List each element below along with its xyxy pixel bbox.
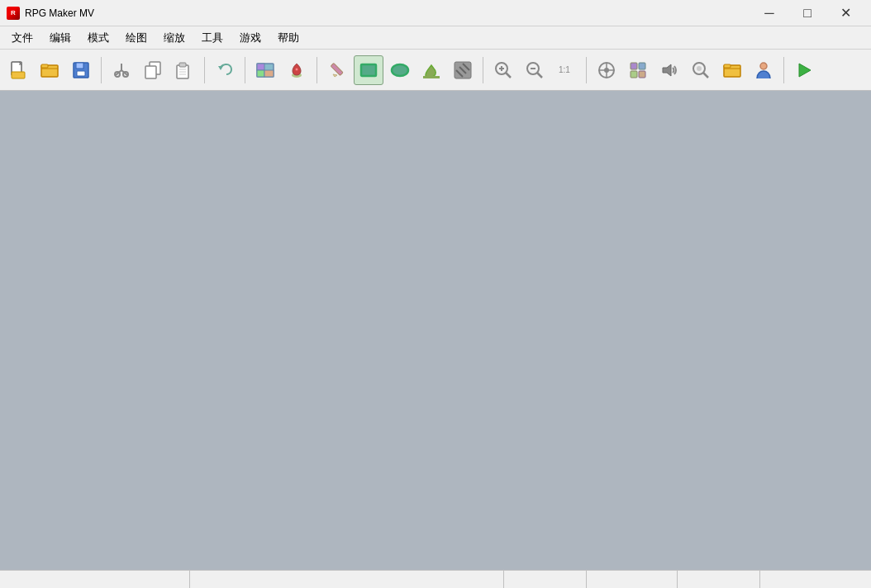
status-segment-3 [587, 571, 678, 588]
toolbar-btn-play[interactable] [789, 55, 819, 85]
status-segment-4 [678, 571, 760, 588]
svg-marker-55 [799, 64, 811, 77]
svg-rect-30 [423, 76, 440, 78]
maximize-button[interactable]: □ [788, 0, 826, 26]
svg-rect-47 [639, 71, 645, 78]
menu-item-5[interactable]: 工具 [193, 27, 231, 49]
minimize-button[interactable]: ─ [750, 0, 788, 26]
title-bar-controls: ─ □ ✕ [750, 0, 864, 26]
svg-point-43 [604, 68, 609, 73]
toolbar-separator-6 [783, 57, 784, 83]
svg-rect-22 [257, 70, 264, 77]
toolbar-btn-resource[interactable] [686, 55, 716, 85]
status-segment-1 [190, 571, 504, 588]
svg-point-29 [392, 64, 408, 76]
svg-rect-23 [264, 70, 274, 77]
toolbar-btn-new[interactable] [3, 55, 33, 85]
title-bar-left: R RPG Maker MV [7, 7, 94, 20]
toolbar-btn-zoom-1to1[interactable]: 1:1 [551, 55, 581, 85]
status-segment-2 [504, 571, 587, 588]
svg-rect-6 [77, 71, 85, 76]
main-area [0, 91, 871, 570]
menu-item-2[interactable]: 模式 [79, 27, 117, 49]
toolbar-btn-character[interactable] [749, 55, 778, 85]
toolbar-btn-save[interactable] [66, 55, 96, 85]
svg-text:1:1: 1:1 [559, 65, 570, 74]
svg-rect-28 [361, 64, 376, 76]
svg-line-37 [537, 73, 542, 78]
toolbar-btn-circle[interactable] [385, 55, 415, 85]
toolbar-btn-fill[interactable] [416, 55, 446, 85]
toolbar-btn-zoom-out[interactable] [520, 55, 550, 85]
toolbar-btn-plugin[interactable] [623, 55, 653, 85]
svg-rect-21 [257, 64, 264, 70]
toolbar-btn-open[interactable] [35, 55, 64, 85]
menu-item-1[interactable]: 编辑 [41, 27, 79, 49]
app-icon: R [7, 7, 20, 20]
svg-rect-3 [41, 64, 48, 68]
svg-rect-1 [12, 72, 25, 78]
svg-marker-27 [333, 74, 337, 77]
toolbar-btn-copy[interactable] [138, 55, 168, 85]
toolbar-btn-database[interactable] [592, 55, 621, 85]
svg-marker-48 [663, 64, 671, 76]
svg-point-54 [760, 63, 767, 69]
svg-marker-19 [218, 66, 223, 70]
toolbar-separator-3 [317, 57, 317, 83]
menu-bar: 文件编辑模式绘图缩放工具游戏帮助 [0, 26, 871, 50]
toolbar-separator-5 [586, 57, 587, 83]
menu-item-3[interactable]: 绘图 [117, 27, 155, 49]
toolbar-btn-cut[interactable] [107, 55, 136, 85]
menu-item-4[interactable]: 缩放 [155, 27, 193, 49]
toolbar-btn-zoom-in[interactable] [488, 55, 518, 85]
svg-rect-15 [179, 63, 186, 67]
toolbar-btn-rect[interactable] [354, 55, 383, 85]
toolbar-btn-event[interactable] [282, 55, 312, 85]
toolbar-btn-paste[interactable] [169, 55, 199, 85]
title-text: RPG Maker MV [25, 7, 94, 19]
toolbar-separator-1 [204, 57, 205, 83]
toolbar-btn-undo[interactable] [210, 55, 240, 85]
toolbar-separator-2 [245, 57, 245, 83]
menu-item-0[interactable]: 文件 [3, 27, 41, 49]
svg-point-25 [295, 68, 298, 71]
toolbar-separator-4 [483, 57, 483, 83]
close-button[interactable]: ✕ [826, 0, 864, 26]
toolbar-btn-deploy[interactable] [717, 55, 747, 85]
svg-rect-5 [76, 63, 83, 69]
status-segment-0 [0, 571, 190, 588]
toolbar-btn-sound[interactable] [654, 55, 684, 85]
title-bar: R RPG Maker MV ─ □ ✕ [0, 0, 871, 26]
menu-item-6[interactable]: 游戏 [231, 27, 269, 49]
svg-line-33 [506, 73, 511, 78]
toolbar-separator-0 [101, 57, 102, 83]
svg-rect-53 [724, 64, 731, 68]
svg-rect-44 [631, 63, 637, 69]
svg-point-51 [697, 66, 702, 71]
toolbar-btn-shadow[interactable] [448, 55, 478, 85]
status-bar [0, 570, 871, 588]
svg-rect-46 [631, 71, 637, 78]
toolbar-btn-pencil[interactable] [322, 55, 352, 85]
toolbar-btn-map[interactable] [250, 55, 280, 85]
menu-item-7[interactable]: 帮助 [269, 27, 307, 49]
svg-rect-45 [639, 63, 645, 69]
toolbar: 1:1 [0, 50, 871, 91]
svg-rect-13 [145, 66, 156, 78]
svg-rect-26 [331, 63, 343, 75]
svg-line-50 [703, 73, 708, 78]
